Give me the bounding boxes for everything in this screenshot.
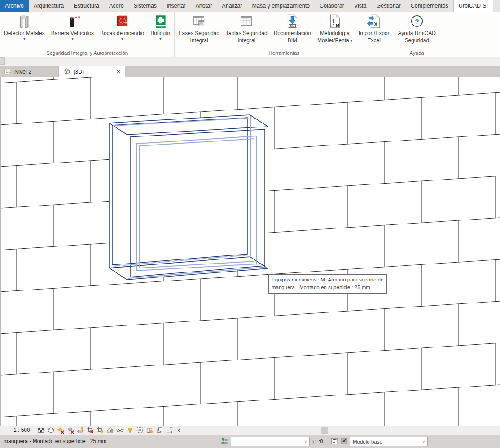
horizontal-scrollbar-thumb[interactable] xyxy=(321,427,328,434)
view-tab-label: Nivel 2 xyxy=(14,69,31,75)
selection-filter-count: :0 xyxy=(319,439,323,444)
ribbon-tab-gestionar[interactable]: Gestionar xyxy=(372,0,406,12)
rendering-dialog-icon[interactable] xyxy=(76,426,85,434)
temporary-view-properties-icon[interactable] xyxy=(136,426,144,434)
fire-hose-cabinet-icon xyxy=(114,13,131,30)
button-label: Barrera Vehículos xyxy=(51,30,94,37)
view-tab-label: {3D} xyxy=(73,69,84,75)
view-tab-3d[interactable]: {3D} ✕ xyxy=(59,66,125,77)
ribbon-tab-archivo[interactable]: Archivo xyxy=(0,0,29,12)
analytical-model-icon[interactable] xyxy=(145,426,154,434)
ribbon-tab-colaborar[interactable]: Colaborar xyxy=(315,0,349,12)
ribbon-tab-insertar[interactable]: Insertar xyxy=(162,0,190,12)
view-control-icons xyxy=(37,426,184,434)
design-options-exclude-icon[interactable] xyxy=(340,437,348,447)
barrera-vehiculos-button[interactable]: Barrera Vehículos▾ xyxy=(48,12,97,41)
dropdown-caret-icon: ▾ xyxy=(71,37,73,41)
hide-isolate-icon[interactable] xyxy=(116,426,124,434)
view-scale[interactable]: 1 : 500 xyxy=(13,427,37,433)
status-message: manguera - Montado en superficie : 25 mm xyxy=(4,438,106,444)
svg-text:BIM: BIM xyxy=(290,25,294,27)
element-tooltip: Equipos mecánicos : M_Armario para sopor… xyxy=(268,274,387,294)
detector-metales-button[interactable]: Detector Metales▾ xyxy=(1,12,48,41)
ribbon-tab-sistemas[interactable]: Sistemas xyxy=(129,0,162,12)
ribbon-tab-urbicad-si[interactable]: UrbiCAD-SI xyxy=(453,0,493,12)
view-tab-bar: Nivel 2 {3D} ✕ xyxy=(0,66,500,77)
reveal-hidden-icon[interactable] xyxy=(126,426,134,434)
svg-text:?: ? xyxy=(415,18,419,25)
ribbon-tab-vista[interactable]: Vista xyxy=(349,0,372,12)
reveal-constraints-icon[interactable] xyxy=(165,426,174,434)
svg-text:!: ! xyxy=(332,17,335,27)
collapse-chevron-icon[interactable] xyxy=(175,426,184,434)
ribbon-group-seguridad-integral-y-autoproteccion: Detector Metales▾Barrera Vehículos▾Bocas… xyxy=(0,12,175,57)
svg-text:BOTIQUÍN: BOTIQUÍN xyxy=(157,26,165,28)
dropdown-caret-icon: ▾ xyxy=(121,37,123,41)
bocas-de-incendio-button[interactable]: Bocas de incendio▾ xyxy=(97,12,147,41)
button-label: MetodologíaMosler/Penta▾ xyxy=(317,30,352,44)
crop-region-icon[interactable] xyxy=(96,426,105,434)
options-bar-chip xyxy=(0,57,5,65)
editable-only-icon[interactable] xyxy=(331,437,338,447)
design-options-value: Modelo base xyxy=(350,439,382,444)
drawing-area[interactable]: Equipos mecánicos : M_Armario para sopor… xyxy=(0,77,500,426)
visual-style-icon[interactable] xyxy=(47,426,55,434)
button-label: Ayuda UrbiCADSeguridad xyxy=(398,30,436,44)
bim-document-icon: BIM xyxy=(284,13,301,30)
ribbon-tab-arquitectura[interactable]: Arquitectura xyxy=(29,0,69,12)
shadows-icon[interactable] xyxy=(66,426,75,434)
svg-text:M: M xyxy=(336,23,339,28)
ayuda-urbicad-seguridad-button[interactable]: ?Ayuda UrbiCADSeguridad xyxy=(395,12,439,44)
svg-text:X: X xyxy=(373,21,378,28)
ribbon-tab-estructura[interactable]: Estructura xyxy=(69,0,104,12)
help-icon: ? xyxy=(408,13,425,30)
view-control-bar: 1 : 500 xyxy=(0,426,500,435)
tablas-seguridad-integral-button[interactable]: Tablas SeguridadIntegral xyxy=(223,12,271,44)
ribbon-tab-bar: ArchivoArquitecturaEstructuraAceroSistem… xyxy=(0,0,500,12)
dropdown-caret-icon: ▾ xyxy=(159,37,161,41)
design-options-selector[interactable]: Modelo base ∨ xyxy=(350,437,428,446)
ribbon-group-ayuda: ?Ayuda UrbiCADSeguridadAyuda xyxy=(394,12,440,57)
documentacion-bim-button[interactable]: BIMDocumentaciónBIM xyxy=(271,12,314,44)
ribbon-group-label: Ayuda xyxy=(394,50,440,56)
import-expor-excel-button[interactable]: XImport/ExporExcel xyxy=(355,12,393,44)
3d-view-icon xyxy=(63,68,70,76)
fases-seguridad-integral-button[interactable]: Fases SeguridadIntegral xyxy=(175,12,223,44)
button-label: Botiquín xyxy=(150,30,170,37)
ribbon-group-herramientas: Fases SeguridadIntegralTablas SeguridadI… xyxy=(175,12,394,57)
sun-path-icon[interactable] xyxy=(57,426,65,434)
close-icon[interactable]: ✕ xyxy=(116,69,121,75)
button-label: Tablas SeguridadIntegral xyxy=(226,30,268,44)
filter-icon[interactable] xyxy=(311,438,318,447)
chevron-down-icon: ∨ xyxy=(422,439,427,444)
dropdown-caret-icon: ▾ xyxy=(23,37,25,41)
button-label: Bocas de incendio xyxy=(100,30,144,37)
mosler-method-icon: !M xyxy=(326,13,343,30)
ribbon-tab-complementos[interactable]: Complementos xyxy=(406,0,453,12)
crop-view-icon[interactable] xyxy=(86,426,95,434)
button-label: Detector Metales xyxy=(4,30,45,37)
ribbon-tab-masa-y-emplazamiento[interactable]: Masa y emplazamiento xyxy=(247,0,315,12)
detail-level-icon[interactable] xyxy=(37,426,45,434)
workset-selector[interactable]: ∨ xyxy=(231,437,310,446)
tables-icon xyxy=(238,13,255,30)
locked-3d-icon[interactable] xyxy=(106,426,114,434)
dropdown-caret-icon: ▾ xyxy=(351,39,352,43)
view-tab-nivel-2[interactable]: Nivel 2 xyxy=(0,66,59,77)
excel-import-export-icon: X xyxy=(365,13,382,30)
ribbon: Detector Metales▾Barrera Vehículos▾Bocas… xyxy=(0,12,500,57)
botiquin-button[interactable]: BOTIQUÍNBotiquín▾ xyxy=(147,12,173,41)
button-label: DocumentaciónBIM xyxy=(274,30,311,44)
first-aid-kit-icon: BOTIQUÍN xyxy=(152,13,169,30)
ribbon-tab-acero[interactable]: Acero xyxy=(104,0,129,12)
status-bar: manguera - Montado en superficie : 25 mm… xyxy=(0,435,500,448)
chevron-down-icon: ∨ xyxy=(304,439,309,444)
ribbon-tab-anotar[interactable]: Anotar xyxy=(191,0,217,12)
floor-plan-icon xyxy=(4,68,11,76)
ribbon-tab-analizar[interactable]: Analizar xyxy=(217,0,247,12)
ribbon-group-label: Herramientas xyxy=(175,50,393,56)
displacement-sets-icon[interactable] xyxy=(155,426,164,434)
phases-table-icon xyxy=(191,13,208,30)
metodologia-mosler-penta-button[interactable]: !MMetodologíaMosler/Penta▾ xyxy=(314,12,355,44)
worksets-icon[interactable] xyxy=(221,437,228,446)
